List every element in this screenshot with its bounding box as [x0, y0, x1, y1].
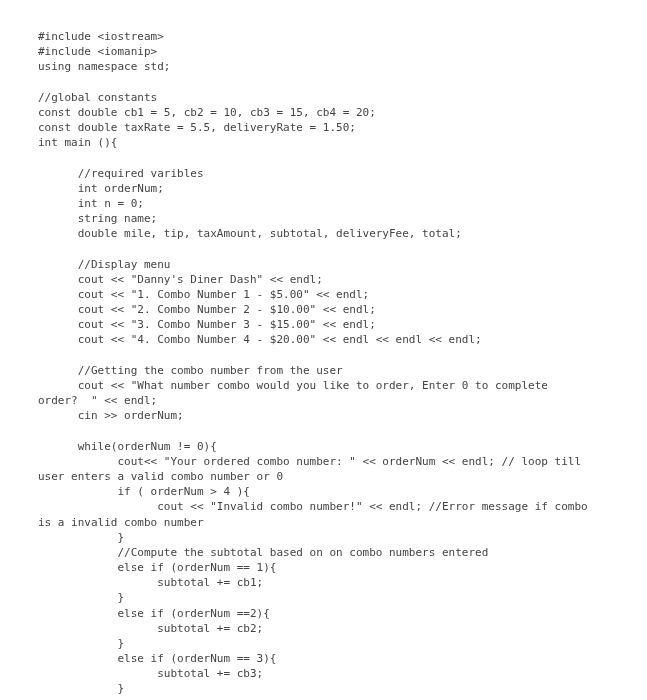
code-block: #include <iostream> #include <iomanip> u…	[0, 11, 647, 700]
